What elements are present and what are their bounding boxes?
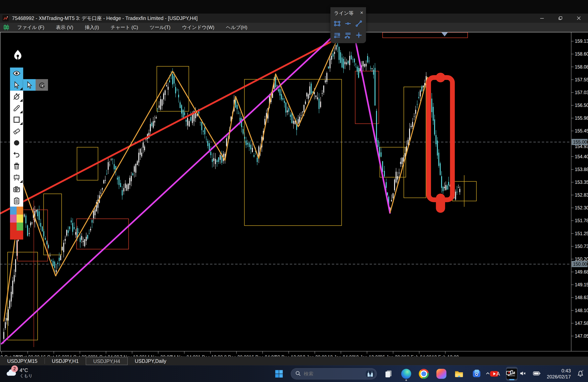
- outlook-icon[interactable]: [471, 368, 483, 380]
- menu-item-1[interactable]: 表示 (V): [56, 24, 73, 31]
- task-view-icon[interactable]: [383, 368, 394, 380]
- rectangle-tool[interactable]: [10, 114, 23, 125]
- palette-color-3[interactable]: [17, 215, 23, 223]
- mute-icon[interactable]: [519, 370, 527, 378]
- crosshair-icon[interactable]: [354, 30, 364, 40]
- system-tray: A 0:43 2026/02/17 zz: [485, 365, 584, 382]
- menu-items: ファイル (F)表示 (V)挿入(I)チャート (C)ツール(T)ウインドウ(W…: [17, 24, 247, 31]
- line-panel-title: ライン等: [334, 10, 354, 16]
- svg-text:2 Jan 20:00: 2 Jan 20:00: [303, 355, 327, 356]
- channel-lines-icon[interactable]: [332, 30, 342, 40]
- tab-usdjpy-h4[interactable]: USDJPY,H4: [86, 357, 127, 365]
- red-highlight-rectangle: [429, 77, 452, 200]
- candles: [3, 42, 461, 344]
- search-input[interactable]: [304, 371, 366, 377]
- line-panel-header[interactable]: ライン等 ×: [330, 7, 366, 18]
- window-title: 75468992 - XMTrading-MT5 3: デモ口座 - Hedge…: [12, 15, 198, 21]
- magenta-uptrend-line: [1, 32, 338, 344]
- pen-tool[interactable]: [10, 102, 23, 114]
- selection-rectangle-icon[interactable]: [332, 18, 342, 29]
- svg-text:147.055: 147.055: [575, 333, 588, 339]
- trash-tool[interactable]: [10, 160, 23, 172]
- menu-item-5[interactable]: ウインドウ(W): [182, 24, 214, 31]
- svg-text:148.630: 148.630: [575, 295, 588, 300]
- svg-text:152.305: 152.305: [575, 205, 588, 210]
- copilot-icon[interactable]: [436, 368, 447, 380]
- svg-text:24 Oct 00:00: 24 Oct 00:00: [67, 355, 93, 356]
- cursor-tool[interactable]: [10, 79, 23, 91]
- svg-text:31 Oct 04:00: 31 Oct 04:00: [93, 355, 119, 356]
- castle-image[interactable]: [366, 369, 375, 379]
- tab-usdjpy-m15[interactable]: USDJPY,M15: [0, 357, 45, 365]
- zigzag-line: [4, 41, 336, 322]
- menu-item-6[interactable]: ヘルプ(H): [226, 24, 247, 31]
- screenshot-tool[interactable]: [10, 183, 23, 195]
- explorer-icon[interactable]: [453, 368, 465, 380]
- line-tools-panel[interactable]: ライン等 ×: [330, 7, 366, 43]
- monitor-plug-icon[interactable]: [505, 369, 514, 378]
- menu-item-3[interactable]: チャート (C): [111, 24, 138, 31]
- menu-item-4[interactable]: ツール(T): [150, 24, 171, 31]
- clipboard-tool[interactable]: [10, 195, 23, 207]
- whiteboard-tool[interactable]: [10, 172, 23, 183]
- minimize-button[interactable]: [533, 14, 551, 23]
- svg-text:12 Jan 04:00: 12 Jan 04:00: [328, 355, 354, 356]
- battery-icon[interactable]: [532, 369, 541, 378]
- pitchfork-icon[interactable]: [343, 30, 353, 40]
- svg-text:19 Jan 12:00: 19 Jan 12:00: [354, 355, 380, 356]
- start-button[interactable]: [273, 368, 285, 380]
- palette-color-2[interactable]: [10, 215, 17, 223]
- svg-text:23 Dec 12:00: 23 Dec 12:00: [275, 355, 302, 356]
- palette-color-5[interactable]: [17, 223, 23, 230]
- chevron-up-icon[interactable]: [485, 370, 491, 377]
- tab-usdjpy-daily[interactable]: USDJPY,Daily: [127, 357, 174, 365]
- svg-text:155.980: 155.980: [575, 115, 588, 121]
- weather-badge: 2: [11, 365, 18, 372]
- ime-indicator[interactable]: A: [496, 371, 500, 377]
- svg-text:10 Feb 12:00: 10 Feb 12:00: [432, 355, 459, 356]
- palette-color-0[interactable]: [10, 207, 17, 215]
- bell-zz-icon[interactable]: zz: [576, 369, 584, 378]
- svg-text:150.000: 150.000: [573, 262, 588, 267]
- menu-item-2[interactable]: 挿入(I): [85, 24, 99, 31]
- weather-widget[interactable]: 2 4°C くもり: [5, 367, 32, 379]
- candlestick-chart[interactable]: 154.930159.130158.605158.080157.555157.0…: [0, 32, 588, 356]
- eraser-tool[interactable]: [10, 125, 23, 137]
- rotate-cursor-icon[interactable]: [36, 79, 48, 91]
- palette-color-1[interactable]: [17, 207, 23, 215]
- close-button[interactable]: [570, 14, 588, 23]
- horizontal-line-icon[interactable]: [343, 18, 353, 29]
- svg-text:158.605: 158.605: [575, 51, 588, 57]
- tab-usdjpy-h1[interactable]: USDJPY,H1: [45, 357, 86, 365]
- svg-text:3 Feb 04:00: 3 Feb 04:00: [407, 355, 432, 356]
- line-panel-tools: [330, 18, 366, 43]
- palette-selected-color[interactable]: [10, 230, 23, 240]
- color-dot-tool[interactable]: [10, 137, 23, 149]
- close-icon[interactable]: ×: [360, 10, 363, 16]
- yellow-rectangle: [404, 87, 426, 198]
- palette-color-4[interactable]: [10, 223, 17, 230]
- mt5-app-icon: [2, 15, 9, 21]
- search-box[interactable]: [291, 368, 377, 379]
- menu-item-0[interactable]: ファイル (F): [17, 24, 44, 31]
- undo-tool[interactable]: [10, 149, 23, 160]
- restore-button[interactable]: [551, 14, 570, 23]
- eye-tool[interactable]: [10, 68, 23, 79]
- flyout-flag: [20, 99, 22, 102]
- zigzag-line: [390, 77, 428, 213]
- timer-off-tool[interactable]: [10, 91, 23, 102]
- chrome-icon[interactable]: [418, 368, 430, 380]
- flyout-flag: [20, 180, 22, 183]
- titlebar[interactable]: 75468992 - XMTrading-MT5 3: デモ口座 - Hedge…: [0, 14, 588, 23]
- edge-icon[interactable]: [400, 368, 412, 380]
- select-cursor-icon[interactable]: [23, 79, 36, 91]
- svg-text:24 Nov 04:00: 24 Nov 04:00: [171, 355, 198, 356]
- clock-time: 0:43: [547, 368, 571, 374]
- yellow-rectangle: [157, 66, 189, 111]
- flyout-flag: [20, 111, 22, 113]
- svg-text:159.130: 159.130: [575, 38, 588, 44]
- trendline-icon[interactable]: [354, 18, 364, 29]
- svg-text:16 Oct 16:00: 16 Oct 16:00: [41, 355, 67, 356]
- clock[interactable]: 0:43 2026/02/17: [547, 368, 571, 380]
- taskbar: 2 4°C くもり XMTRADING A 0:43 2026/02/17 zz: [0, 365, 588, 382]
